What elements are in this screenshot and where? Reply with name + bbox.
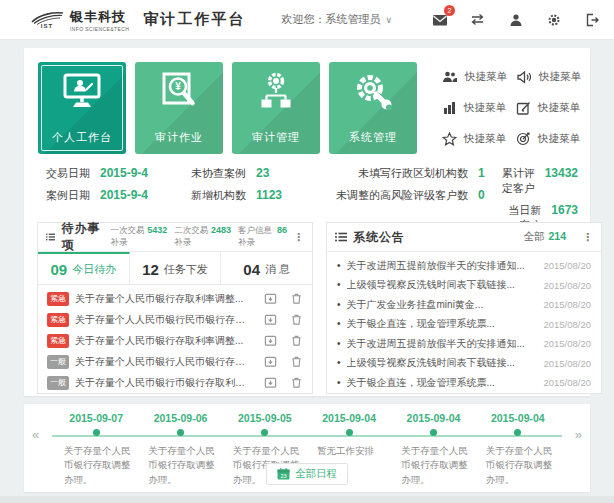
- trash-icon[interactable]: [290, 334, 303, 347]
- settings-button[interactable]: [545, 11, 562, 28]
- timeline-text: 暂无工作安排: [307, 444, 391, 458]
- tab-count: 04: [243, 261, 260, 278]
- more-options-icon[interactable]: ⋮: [293, 232, 304, 243]
- summary-count: 86: [277, 225, 287, 235]
- forward-icon[interactable]: [264, 313, 277, 326]
- timeline-dot-icon: [177, 429, 184, 436]
- notice-item[interactable]: • 关于银企直连，现金管理系统票... 2015/08/20: [327, 315, 601, 335]
- trash-icon[interactable]: [290, 313, 303, 326]
- schedule-timeline: « » 2015-09-07 关于存量个人民币银行存取调整办理。 2015-09…: [24, 404, 590, 492]
- forward-icon[interactable]: [264, 355, 277, 368]
- todo-item[interactable]: 紧急 关于存量个人民币银行存取利率调整...: [38, 288, 312, 309]
- stat-label: 累计评定客户: [498, 166, 535, 196]
- notice-view-all[interactable]: 全部 214: [523, 230, 566, 244]
- todo-item-text: 关于存量个人民币银行存取利率调整...: [75, 292, 251, 306]
- org-gear-icon: [254, 71, 298, 113]
- user-button[interactable]: [507, 11, 524, 28]
- tab-messages[interactable]: 04 消 息: [221, 252, 312, 284]
- header: IST 银丰科技 INFO SCIENCE&TECH 审计工作平台 欢迎您：系统…: [0, 0, 614, 40]
- timeline-entry[interactable]: 2015-09-04 关于存量个人民币银行存取调整办理。: [476, 412, 560, 487]
- todo-item[interactable]: 一般 关于存量个人民币银行币银行存取利率调整...: [38, 372, 312, 393]
- company-name: 银丰科技: [70, 8, 129, 26]
- notice-item[interactable]: • 关于改进周五提前放假半天的安排通知... 2015/08/20: [327, 256, 601, 276]
- timeline-entry[interactable]: 2015-09-04 关于存量个人民币银行存取调整办理。: [391, 412, 475, 487]
- logout-icon: [585, 13, 599, 27]
- bullet-icon: •: [337, 378, 341, 388]
- logo-mark-text: IST: [41, 23, 53, 29]
- notice-item[interactable]: • 关于银企直连，现金管理系统票... 2015/08/20: [327, 373, 601, 393]
- quick-menu-item-favorite[interactable]: 快捷菜单: [436, 123, 510, 154]
- tab-today-todo[interactable]: 09 今日待办: [38, 252, 130, 284]
- notice-panel-header: 系统公告 全部 214 ⋮: [327, 223, 601, 252]
- list-icon: [335, 232, 347, 242]
- timeline-entry[interactable]: 2015-09-07 关于存量个人民币银行存取调整办理。: [54, 412, 138, 487]
- todo-item[interactable]: 紧急 关于存量个人人民币银行民币银行存取利率调整...: [38, 309, 312, 330]
- tile-personal-workbench[interactable]: 个人工作台: [38, 62, 126, 154]
- quick-menu-item-edit[interactable]: 快捷菜单: [510, 93, 584, 124]
- tab-task-dispatch[interactable]: 12 任务下发: [130, 252, 222, 284]
- main-panel: 个人工作台 ¥ 审计作业 审计管理: [24, 48, 590, 396]
- footer-strip: [0, 496, 614, 503]
- timeline-dot-icon: [261, 429, 268, 436]
- todo-item[interactable]: 一般 关于存量个人民币银行人民币银行存取利率调整...: [38, 351, 312, 372]
- forward-icon[interactable]: [264, 334, 277, 347]
- tile-audit-management[interactable]: 审计管理: [232, 62, 320, 154]
- notice-item[interactable]: • 关于广发金业务挂盘mini黄金... 2015/08/20: [327, 295, 601, 315]
- trash-icon[interactable]: [290, 355, 303, 368]
- mail-badge: 2: [444, 5, 455, 16]
- swap-button[interactable]: [469, 11, 486, 28]
- chevron-down-icon[interactable]: ∨: [385, 15, 392, 25]
- trash-icon[interactable]: [290, 376, 303, 389]
- timeline-entry[interactable]: 2015-09-06 关于存量个人民币银行存取调整办理。: [138, 412, 222, 487]
- stat-value: 2015-9-4: [100, 188, 148, 202]
- stat-label: 交易日期: [38, 166, 90, 181]
- stat-label: 案例日期: [38, 188, 90, 203]
- quick-menu-item-announcement[interactable]: 快捷菜单: [510, 62, 584, 93]
- welcome-user-label[interactable]: 欢迎您：系统管理员: [281, 12, 380, 27]
- stat-value: 13432: [545, 166, 578, 180]
- notice-item[interactable]: • 关于改进周五提前放假半天的安排通知... 2015/08/20: [327, 334, 601, 354]
- bullet-icon: •: [337, 319, 341, 329]
- notice-item-text: 关于银企直连，现金管理系统票...: [347, 376, 538, 390]
- notice-item[interactable]: • 上级领导视察反洗钱时间表下载链接... 2015/08/20: [327, 354, 601, 374]
- timeline-next-icon[interactable]: »: [575, 427, 582, 442]
- logout-button[interactable]: [583, 11, 600, 28]
- tile-label: 审计作业: [135, 130, 223, 145]
- company-logo: IST: [30, 11, 64, 29]
- todo-panel-title: 待办事项: [61, 220, 102, 254]
- timeline-dot-icon: [514, 429, 521, 436]
- notice-item[interactable]: • 上级领导视察反洗钱时间表下载链接... 2015/08/20: [327, 276, 601, 296]
- list-icon: [46, 232, 55, 242]
- quick-menu-item-target[interactable]: 快捷菜单: [510, 123, 584, 154]
- timeline-date: 2015-09-04: [391, 412, 475, 424]
- summary-label: 客户信息补录: [238, 225, 275, 249]
- user-icon: [509, 13, 523, 27]
- urgency-badge: 紧急: [47, 313, 69, 327]
- forward-icon[interactable]: [264, 292, 277, 305]
- timeline-prev-icon[interactable]: «: [32, 427, 39, 442]
- todo-item[interactable]: 紧急 关于存量个人民币银行存取利率调整...: [38, 330, 312, 351]
- bullet-icon: •: [337, 358, 341, 368]
- quick-menu-label: 快捷菜单: [538, 101, 580, 115]
- dashboard-page: IST 银丰科技 INFO SCIENCE&TECH 审计工作平台 欢迎您：系统…: [0, 0, 614, 503]
- bullet-icon: •: [337, 339, 341, 349]
- notice-item-text: 关于改进周五提前放假半天的安排通知...: [347, 259, 538, 273]
- all-schedule-button[interactable]: 23 全部日程: [266, 463, 348, 485]
- forward-icon[interactable]: [264, 376, 277, 389]
- quick-menu-item-report[interactable]: 快捷菜单: [436, 93, 510, 124]
- quick-menu-item-team[interactable]: 快捷菜单: [436, 62, 510, 93]
- todo-item-text: 关于存量个人人民币银行民币银行存取利率调整...: [75, 313, 251, 327]
- mail-button[interactable]: 2: [431, 11, 448, 28]
- tile-audit-operation[interactable]: ¥ 审计作业: [135, 62, 223, 154]
- audit-search-icon: ¥: [158, 71, 200, 113]
- stat-label: 未调整的高风险评级客户数: [336, 188, 468, 203]
- timeline-date: 2015-09-04: [307, 412, 391, 424]
- more-options-icon[interactable]: ⋮: [582, 232, 593, 243]
- trash-icon[interactable]: [290, 292, 303, 305]
- tile-label: 系统管理: [329, 130, 417, 145]
- notice-item-text: 上级领导视察反洗钱时间表下载链接...: [347, 278, 538, 292]
- tile-system-management[interactable]: 系统管理: [329, 62, 417, 154]
- bullet-icon: •: [337, 300, 341, 310]
- summary-label: 二次交易补录: [174, 225, 209, 249]
- todo-tabs: 09 今日待办 12 任务下发 04 消 息: [38, 252, 312, 285]
